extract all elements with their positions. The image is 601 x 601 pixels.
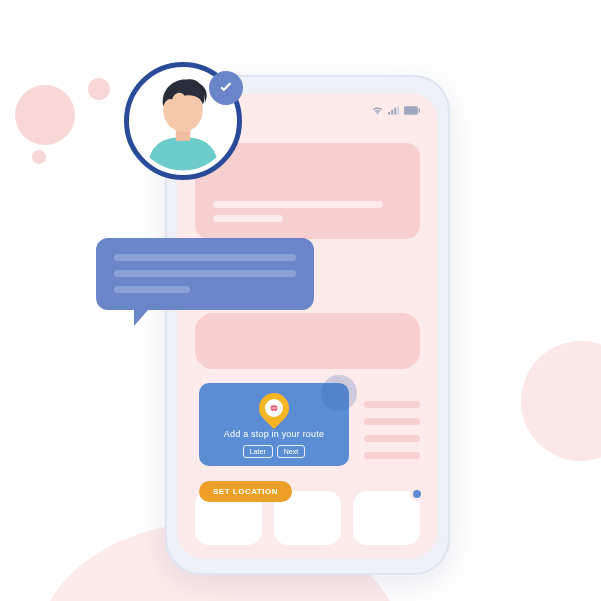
- text-placeholder: [364, 452, 420, 459]
- next-button[interactable]: Next: [277, 445, 305, 458]
- svg-rect-1: [391, 109, 393, 114]
- text-placeholder: [364, 401, 420, 408]
- text-placeholder: [114, 270, 296, 277]
- svg-rect-4: [404, 106, 418, 115]
- text-placeholder: [364, 435, 420, 442]
- later-button[interactable]: Later: [243, 445, 273, 458]
- set-location-button[interactable]: SET LOCATION: [199, 481, 292, 502]
- nav-tile[interactable]: [353, 491, 420, 545]
- text-placeholder: [114, 286, 190, 293]
- avatar: [124, 62, 242, 180]
- decorative-circle: [88, 78, 110, 100]
- svg-rect-0: [388, 111, 390, 114]
- text-placeholder: [213, 215, 283, 222]
- notification-dot-icon: [410, 487, 424, 501]
- speech-bubble: [96, 238, 314, 310]
- wifi-icon: [372, 106, 383, 117]
- decorative-circle: [32, 150, 46, 164]
- decorative-circle: [521, 341, 601, 461]
- side-list: [364, 401, 420, 469]
- svg-rect-3: [397, 106, 399, 114]
- tooltip-title: Add a stop in your route: [209, 429, 339, 439]
- onboarding-tooltip: Add a stop in your route Later Next: [199, 383, 349, 466]
- signal-icon: [388, 106, 399, 117]
- location-pin-icon: [253, 387, 295, 429]
- svg-rect-2: [394, 107, 396, 114]
- svg-rect-5: [419, 108, 420, 112]
- text-placeholder: [213, 201, 383, 208]
- content-card: [195, 313, 420, 369]
- decorative-circle: [321, 375, 357, 411]
- text-placeholder: [114, 254, 296, 261]
- verified-check-icon: [209, 71, 243, 105]
- battery-icon: [404, 106, 420, 117]
- text-placeholder: [364, 418, 420, 425]
- decorative-circle: [15, 85, 75, 145]
